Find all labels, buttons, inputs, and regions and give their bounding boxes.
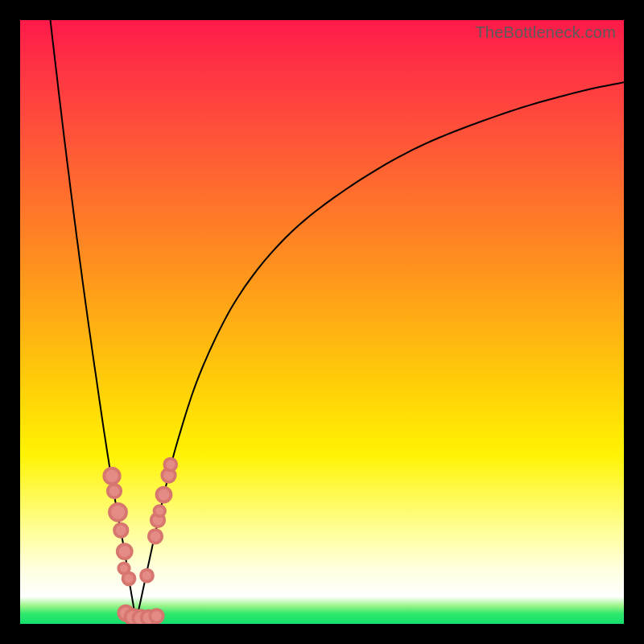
highlight-dot	[155, 506, 166, 517]
highlight-dot	[123, 572, 135, 584]
chart-frame: TheBottleneck.com	[0, 0, 644, 644]
highlight-dot	[114, 524, 128, 538]
highlight-dot	[149, 530, 163, 543]
highlight-dot	[150, 609, 163, 622]
curve-right	[136, 82, 624, 621]
highlight-dot	[109, 504, 126, 521]
highlight-dot	[104, 469, 120, 484]
curve-layer	[20, 20, 624, 624]
highlight-dot	[118, 544, 132, 559]
plot-area: TheBottleneck.com	[20, 20, 624, 624]
highlight-dot	[141, 570, 153, 582]
highlight-dot	[108, 485, 122, 498]
highlight-dot	[156, 488, 171, 502]
highlight-dot	[164, 459, 176, 471]
